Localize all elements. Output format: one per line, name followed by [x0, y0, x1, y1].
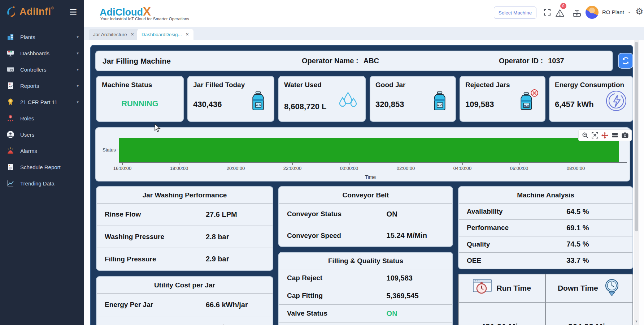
kpi-value: 8,608,720 L [284, 102, 326, 111]
machine-name: Jar Filling Machine [103, 57, 171, 65]
tab-jar-architecture[interactable]: Jar Architecture ✕ [89, 29, 139, 40]
sidebar-item-users[interactable]: Users [0, 127, 84, 142]
kpi-title: Machine Status [102, 81, 152, 89]
hamburger-menu-icon[interactable]: ☰ [69, 7, 77, 17]
metric-label: Rinse Flow [97, 210, 206, 218]
sidebar-item-21-cfr-part-11[interactable]: 21 CFR Part 11 ▾ [0, 95, 84, 109]
metric-label: Washing Pressure [97, 233, 206, 241]
metric-value: 27.6 LPM [206, 210, 273, 219]
kpi-machine-status: Machine Status RUNNING [96, 76, 184, 122]
status-running-bar[interactable] [119, 138, 619, 162]
zoom-icon[interactable] [581, 131, 589, 139]
x-tick-label: 06:00:00 [505, 166, 534, 171]
gateway-device-icon[interactable] [572, 8, 582, 19]
x-tick [519, 163, 519, 165]
machine-analysis-panel: Machine Analysis Availability 64.5 % Per… [458, 186, 633, 269]
pan-icon[interactable] [601, 131, 609, 139]
metric-row: OEE 33.7 % [459, 252, 632, 269]
metric-row: Conveyor Speed 15.24 M/Min [279, 225, 452, 247]
sidebar: AdiInfi ® ☰ Plants ▾ Dashboards ▾ Contro… [0, 0, 84, 325]
metric-label: Availability [459, 208, 566, 215]
dashboards-icon [6, 48, 15, 58]
operator-id-group: Operator ID : 1037 [499, 57, 564, 65]
chevron-down-icon: ▾ [77, 100, 79, 104]
user-menu[interactable]: RO Plant [602, 9, 624, 15]
jar-washing-performance-panel: Jar Washing Performance Rinse Flow 27.6 … [96, 186, 273, 271]
operator-name-label: Operator Name : [302, 57, 358, 65]
sidebar-item-label: Schedule Report [20, 164, 61, 170]
brand-tagline: Your Industrial IoT Cloud for Smarter Op… [100, 17, 189, 21]
brand-text: AdiCloud [100, 7, 143, 18]
fullscreen-icon[interactable] [543, 8, 552, 18]
kpi-value: 320,853 [375, 100, 404, 109]
metric-label: Cap Reject [279, 274, 387, 282]
kpi-value: 109,583 [465, 100, 494, 109]
sidebar-item-alarms[interactable]: Alarms [0, 144, 84, 158]
sidebar-item-label: Dashboards [20, 50, 49, 56]
adiinfi-logo-icon [5, 4, 19, 19]
kpi-rejected-jars: Rejected Jars 109,583 H₂O [460, 76, 545, 122]
water-jar-icon: H₂O [432, 91, 447, 113]
metric-value: 2.8 bar [206, 233, 273, 241]
sidebar-item-plants[interactable]: Plants ▾ [0, 30, 84, 44]
vertical-scrollbar-thumb[interactable] [635, 42, 638, 231]
water-drops-icon [336, 90, 358, 113]
app-window: AdiInfi ® ☰ Plants ▾ Dashboards ▾ Contro… [0, 0, 644, 325]
svg-text:H₂O: H₂O [256, 104, 261, 107]
kpi-jar-filled-today: Jar Filled Today 430,436 H₂O [187, 76, 274, 122]
x-tick-label: 08:00:00 [561, 166, 590, 171]
tab-dashboard-design[interactable]: DashboardDesig... ✕ [137, 29, 193, 40]
alerts-warning-icon[interactable] [555, 9, 565, 19]
status-timeline-chart: Status 16:00:00 18:00:00 20:00:00 22:00:… [95, 127, 630, 181]
camera-icon[interactable] [621, 131, 629, 139]
panel-title: Conveyor Belt [279, 187, 452, 203]
metric-row: Energy Per Jar 66.6 kWh/jar [97, 293, 273, 316]
refresh-button[interactable] [618, 53, 633, 69]
sidebar-item-trending-data[interactable]: Trending Data [0, 176, 84, 191]
metric-row: Rinse Flow 27.6 LPM [97, 203, 273, 226]
x-tick [292, 163, 293, 165]
metric-label: Filling Pressure [97, 255, 206, 263]
y-axis-label: Status [103, 147, 116, 153]
metric-value: 33.7 % [566, 256, 632, 265]
operator-id-label: Operator ID : [499, 57, 543, 65]
x-tick-label: 02:00:00 [391, 166, 420, 171]
run-down-time-table: Run Time Down Time 481.91 Min 264.93 Min [458, 274, 633, 325]
sidebar-item-reports[interactable]: Reports ▾ [0, 78, 84, 93]
sidebar-item-controllers[interactable]: Controllers ▾ [0, 62, 84, 77]
kpi-title: Jar Filled Today [193, 81, 245, 89]
tab-label: Jar Architecture [93, 32, 127, 37]
rejected-jar-icon: H₂O [518, 89, 539, 113]
run-time-header-cell: Run Time [459, 274, 546, 303]
kpi-energy-consumption: Energy Consumption 6,457 kWh [549, 76, 633, 122]
autoscale-icon[interactable] [591, 131, 599, 139]
metric-label: Energy Per Jar [97, 301, 206, 309]
sidebar-item-label: Roles [20, 115, 34, 121]
sidebar-item-label: Reports [20, 83, 39, 89]
adiinfi-logo[interactable]: AdiInfi ® [5, 4, 54, 19]
x-tick [179, 163, 179, 165]
sidebar-item-label: Controllers [20, 67, 47, 73]
x-tick-label: 04:00:00 [448, 166, 477, 171]
down-time-value: 264.93 Min [546, 303, 633, 325]
metric-value: 64.5 % [566, 208, 632, 216]
kpi-title: Good Jar [375, 81, 405, 89]
settings-gear-icon[interactable]: ⚙ [635, 6, 643, 17]
operator-id-value: 1037 [548, 57, 564, 65]
close-icon[interactable]: ✕ [131, 32, 134, 37]
tab-label: DashboardDesig... [142, 32, 182, 37]
sidebar-item-dashboards[interactable]: Dashboards ▾ [0, 46, 84, 60]
user-avatar[interactable] [586, 6, 599, 19]
sidebar-item-schedule-report[interactable]: Schedule Report [0, 160, 84, 174]
trending-data-icon [6, 179, 15, 188]
x-axis-line [119, 162, 627, 163]
sidebar-item-roles[interactable]: Roles [0, 111, 84, 125]
chart-modebar [578, 129, 632, 141]
scrollbar-down-arrow[interactable]: ▼ [634, 320, 639, 323]
alert-count-badge: 0 [560, 3, 566, 9]
close-icon[interactable]: ✕ [186, 32, 189, 37]
x-tick [349, 163, 349, 165]
compare-lines-icon[interactable] [611, 131, 619, 139]
select-machine-button[interactable]: Select Machine [494, 7, 536, 19]
metric-label: Conveyor Status [279, 210, 387, 218]
